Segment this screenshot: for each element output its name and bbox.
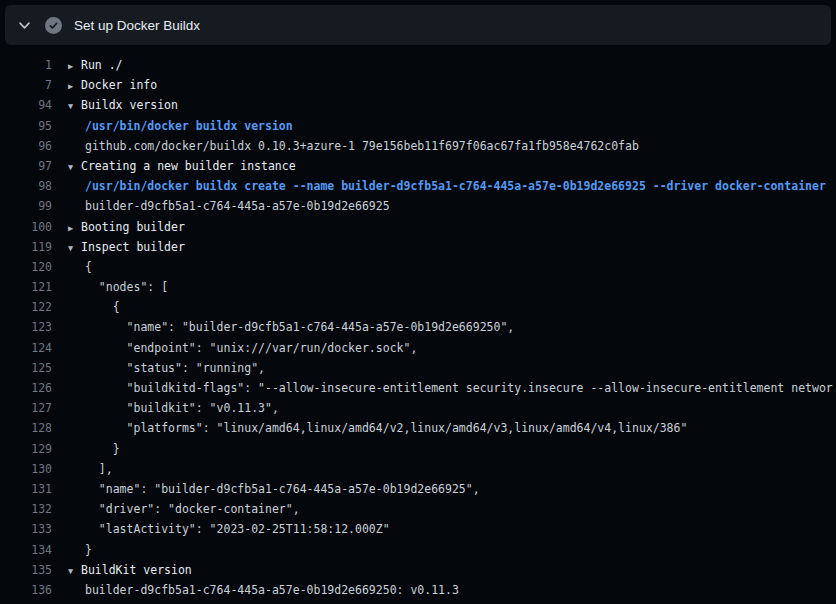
line-number[interactable]: 100 [0, 217, 52, 237]
line-text: Docker info [81, 75, 157, 95]
triangle-down-icon[interactable]: ▼ [68, 561, 81, 581]
line-number[interactable]: 120 [0, 257, 52, 277]
step-header[interactable]: Set up Docker Buildx [5, 5, 831, 45]
line-text: Creating a new builder instance [81, 156, 296, 176]
line-number[interactable]: 99 [0, 196, 52, 216]
log-line: 120 { [0, 257, 836, 277]
line-text: { [85, 297, 120, 317]
line-number[interactable]: 95 [0, 116, 52, 136]
line-number[interactable]: 133 [0, 519, 52, 539]
line-number[interactable]: 125 [0, 358, 52, 378]
line-text: "nodes": [ [85, 277, 168, 297]
line-number[interactable]: 127 [0, 398, 52, 418]
log-line: 129 } [0, 439, 836, 459]
line-number[interactable]: 126 [0, 378, 52, 398]
line-number[interactable]: 132 [0, 499, 52, 519]
line-text: builder-d9cfb5a1-c764-445a-a57e-0b19d2e6… [85, 580, 459, 600]
line-text: github.com/docker/buildx 0.10.3+azure-1 … [85, 136, 639, 156]
line-text: Run ./ [81, 55, 123, 75]
line-text: ], [85, 459, 113, 479]
log-line: 123 "name": "builder-d9cfb5a1-c764-445a-… [0, 317, 836, 337]
log-line: 136 builder-d9cfb5a1-c764-445a-a57e-0b19… [0, 580, 836, 600]
triangle-down-icon[interactable]: ▼ [68, 96, 81, 116]
line-number[interactable]: 135 [0, 560, 52, 580]
line-number[interactable]: 94 [0, 95, 52, 115]
log-line: 99 builder-d9cfb5a1-c764-445a-a57e-0b19d… [0, 196, 836, 216]
line-number[interactable]: 97 [0, 156, 52, 176]
line-text: "name": "builder-d9cfb5a1-c764-445a-a57e… [85, 317, 514, 337]
line-number[interactable]: 123 [0, 317, 52, 337]
line-text: } [85, 439, 120, 459]
chevron-down-icon[interactable] [18, 19, 31, 32]
success-check-icon [45, 17, 62, 34]
log-line: 95 /usr/bin/docker buildx version [0, 116, 836, 136]
line-number[interactable]: 134 [0, 540, 52, 560]
line-text: } [85, 540, 92, 560]
triangle-down-icon[interactable]: ▼ [68, 157, 81, 177]
log-line: 121 "nodes": [ [0, 277, 836, 297]
line-number[interactable]: 119 [0, 237, 52, 257]
line-text: "endpoint": "unix:///var/run/docker.sock… [85, 338, 417, 358]
line-text: "status": "running", [85, 358, 265, 378]
line-number[interactable]: 136 [0, 580, 52, 600]
line-number[interactable]: 7 [0, 75, 52, 95]
log-line: 130 ], [0, 459, 836, 479]
log-line: 96 github.com/docker/buildx 0.10.3+azure… [0, 136, 836, 156]
log-group-line[interactable]: 119 ▼ Inspect builder [0, 237, 836, 257]
line-number[interactable]: 121 [0, 277, 52, 297]
log-group-line[interactable]: 100 ▶ Booting builder [0, 217, 836, 237]
log-line: 122 { [0, 297, 836, 317]
line-number[interactable]: 124 [0, 338, 52, 358]
line-number[interactable]: 129 [0, 439, 52, 459]
line-text: "lastActivity": "2023-02-25T11:58:12.000… [85, 519, 390, 539]
line-number[interactable]: 98 [0, 176, 52, 196]
line-text: "buildkitd-flags": "--allow-insecure-ent… [85, 378, 833, 398]
triangle-right-icon[interactable]: ▶ [68, 76, 81, 96]
line-number[interactable]: 130 [0, 459, 52, 479]
line-text: /usr/bin/docker buildx version [85, 116, 293, 136]
log-group-line[interactable]: 135 ▼ BuildKit version [0, 560, 836, 580]
line-text: "platforms": "linux/amd64,linux/amd64/v2… [85, 418, 687, 438]
line-text: { [85, 257, 92, 277]
line-text: builder-d9cfb5a1-c764-445a-a57e-0b19d2e6… [85, 196, 390, 216]
log-line: 98 /usr/bin/docker buildx create --name … [0, 176, 836, 196]
step-title: Set up Docker Buildx [74, 18, 200, 33]
triangle-down-icon[interactable]: ▼ [68, 238, 81, 258]
log-line: 127 "buildkit": "v0.11.3", [0, 398, 836, 418]
line-text: Booting builder [81, 217, 185, 237]
line-number[interactable]: 128 [0, 418, 52, 438]
triangle-right-icon[interactable]: ▶ [68, 218, 81, 238]
line-number[interactable]: 96 [0, 136, 52, 156]
line-text: /usr/bin/docker buildx create --name bui… [85, 176, 826, 196]
log-view: 1 ▶ Run ./ 7 ▶ Docker info 94 ▼ Buildx v… [0, 46, 836, 604]
log-line: 131 "name": "builder-d9cfb5a1-c764-445a-… [0, 479, 836, 499]
log-line: 133 "lastActivity": "2023-02-25T11:58:12… [0, 519, 836, 539]
line-number[interactable]: 131 [0, 479, 52, 499]
line-number[interactable]: 1 [0, 55, 52, 75]
log-group-line[interactable]: 94 ▼ Buildx version [0, 95, 836, 115]
log-line: 125 "status": "running", [0, 358, 836, 378]
line-text: "buildkit": "v0.11.3", [85, 398, 279, 418]
log-line: 126 "buildkitd-flags": "--allow-insecure… [0, 378, 836, 398]
log-line: 124 "endpoint": "unix:///var/run/docker.… [0, 338, 836, 358]
log-line: 134 } [0, 540, 836, 560]
log-group-line[interactable]: 7 ▶ Docker info [0, 75, 836, 95]
triangle-right-icon[interactable]: ▶ [68, 56, 81, 76]
log-group-line[interactable]: 97 ▼ Creating a new builder instance [0, 156, 836, 176]
line-text: BuildKit version [81, 560, 192, 580]
line-text: Buildx version [81, 95, 178, 115]
log-line: 132 "driver": "docker-container", [0, 499, 836, 519]
line-number[interactable]: 122 [0, 297, 52, 317]
line-text: "name": "builder-d9cfb5a1-c764-445a-a57e… [85, 479, 480, 499]
line-text: "driver": "docker-container", [85, 499, 300, 519]
log-line: 128 "platforms": "linux/amd64,linux/amd6… [0, 418, 836, 438]
line-text: Inspect builder [81, 237, 185, 257]
log-group-line[interactable]: 1 ▶ Run ./ [0, 55, 836, 75]
